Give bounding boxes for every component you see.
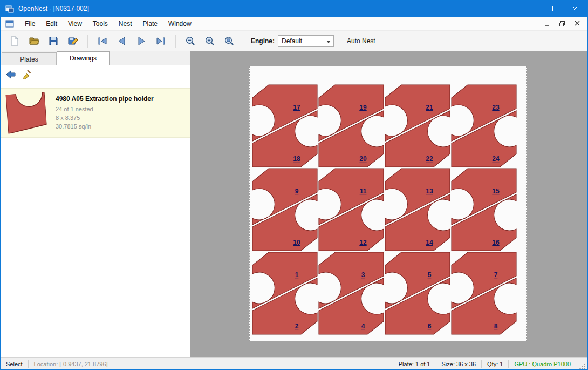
menu-window[interactable]: Window xyxy=(163,17,197,30)
part-number-label: 12 xyxy=(359,239,367,246)
chevron-down-icon xyxy=(326,37,333,45)
engine-label: Engine: xyxy=(251,37,275,45)
maximize-button[interactable] xyxy=(538,1,563,17)
nest-pair: 34 xyxy=(319,252,384,334)
part-number-label: 15 xyxy=(492,187,500,195)
mdi-restore-button[interactable] xyxy=(557,19,567,28)
status-mode: Select xyxy=(1,361,28,367)
nest-canvas[interactable]: 171819202122232491011121314151612345678 xyxy=(190,51,588,357)
part-number-label: 19 xyxy=(359,104,367,111)
maximize-icon xyxy=(548,6,553,12)
part-thumbnail-shape xyxy=(6,92,47,134)
left-panel: Plates Drawings xyxy=(1,51,190,357)
nest-pair: 2324 xyxy=(452,85,516,167)
engine-select[interactable]: Default xyxy=(278,35,334,47)
opennest-window: OpenNest - [N0317-002] File Edit View To… xyxy=(0,0,588,370)
drawing-title: 4980 A05 Extraction pipe holder xyxy=(56,95,154,103)
nest-pair: 1920 xyxy=(319,85,384,167)
window-controls xyxy=(513,1,587,17)
titlebar: OpenNest - [N0317-002] xyxy=(1,1,587,17)
back-arrow-button[interactable] xyxy=(3,67,19,82)
menu-edit[interactable]: Edit xyxy=(40,17,63,30)
zoom-in-icon xyxy=(204,36,215,46)
status-qty: Qty: 1 xyxy=(482,361,508,367)
save-as-button[interactable] xyxy=(64,33,82,49)
minimize-icon xyxy=(523,6,529,12)
open-button[interactable] xyxy=(25,33,43,49)
part-number-label: 3 xyxy=(361,271,365,279)
part-number-label: 6 xyxy=(428,322,432,330)
go-first-button[interactable] xyxy=(93,33,112,49)
part-number-label: 21 xyxy=(426,104,433,111)
go-next-icon xyxy=(136,36,147,46)
part-number-label: 18 xyxy=(293,155,300,163)
status-location: Location: [-0.9437, 21.8796] xyxy=(29,361,113,367)
mdi-restore-icon xyxy=(559,21,565,26)
drawing-list-item[interactable]: 4980 A05 Extraction pipe holder 24 of 1 … xyxy=(1,88,190,138)
zoom-out-button[interactable] xyxy=(181,33,200,49)
nest-pair: 12 xyxy=(252,252,317,334)
part-number-label: 16 xyxy=(492,239,500,246)
close-button[interactable] xyxy=(563,1,587,17)
new-file-icon xyxy=(9,36,20,46)
drawings-panel: 4980 A05 Extraction pipe holder 24 of 1 … xyxy=(1,65,190,357)
go-previous-button[interactable] xyxy=(113,33,131,49)
mdi-close-button[interactable] xyxy=(572,19,582,28)
drawings-toolbar xyxy=(1,65,190,84)
status-size: Size: 36 x 36 xyxy=(436,361,482,367)
go-first-icon xyxy=(97,36,108,46)
part-number-label: 11 xyxy=(360,187,367,195)
go-last-button[interactable] xyxy=(152,33,170,49)
menu-nest[interactable]: Nest xyxy=(113,17,138,30)
resize-grip[interactable] xyxy=(578,362,586,370)
go-previous-icon xyxy=(117,36,127,46)
plate[interactable]: 171819202122232491011121314151612345678 xyxy=(249,66,527,341)
tab-plates[interactable]: Plates xyxy=(2,52,57,65)
new-button[interactable] xyxy=(5,33,24,49)
main-toolbar: Engine: Default Auto Nest xyxy=(1,31,587,51)
broom-icon xyxy=(22,69,32,80)
status-gpu: GPU : Quadro P1000 xyxy=(509,361,576,367)
zoom-out-icon xyxy=(185,36,196,46)
nest-pair: 1516 xyxy=(452,169,516,251)
save-button[interactable] xyxy=(44,33,63,49)
engine-selected-value: Default xyxy=(282,37,302,45)
part-number-label: 8 xyxy=(494,322,498,330)
go-last-icon xyxy=(155,36,166,46)
part-number-label: 5 xyxy=(428,271,432,279)
auto-nest-button[interactable]: Auto Nest xyxy=(343,34,380,48)
zoom-in-button[interactable] xyxy=(201,33,219,49)
go-next-button[interactable] xyxy=(132,33,151,49)
nest-pair: 910 xyxy=(252,169,317,251)
part-number-label: 22 xyxy=(426,155,433,163)
nest-pair: 56 xyxy=(385,252,450,334)
drawing-item-meta: 4980 A05 Extraction pipe holder 24 of 1 … xyxy=(56,95,154,131)
zoom-to-fit-icon xyxy=(224,36,235,46)
nest-pair: 78 xyxy=(452,252,516,334)
app-logo-icon xyxy=(5,4,14,13)
nest-pair: 1314 xyxy=(385,169,450,251)
part-number-label: 20 xyxy=(359,155,367,163)
part-number-label: 2 xyxy=(295,322,299,330)
menubar: File Edit View Tools Nest Plate Window xyxy=(1,17,587,31)
close-icon xyxy=(572,6,578,12)
clean-button[interactable] xyxy=(19,67,35,82)
minimize-button[interactable] xyxy=(513,1,538,17)
panel-tabstrip: Plates Drawings xyxy=(1,51,190,65)
part-number-label: 24 xyxy=(492,155,500,163)
save-edit-icon xyxy=(67,36,78,46)
menu-plate[interactable]: Plate xyxy=(138,17,163,30)
back-arrow-icon xyxy=(5,69,16,80)
mdi-minimize-button[interactable] xyxy=(542,19,552,28)
menu-file[interactable]: File xyxy=(19,17,40,30)
part-number-label: 13 xyxy=(426,187,433,195)
mdi-window-controls xyxy=(542,19,587,28)
statusbar: Select Location: [-0.9437, 21.8796] Plat… xyxy=(1,357,587,370)
tab-drawings[interactable]: Drawings xyxy=(57,51,110,65)
menu-view[interactable]: View xyxy=(63,17,87,30)
zoom-to-fit-button[interactable] xyxy=(220,33,238,49)
menu-tools[interactable]: Tools xyxy=(87,17,113,30)
mdi-close-icon xyxy=(575,21,580,26)
part-number-label: 23 xyxy=(492,104,500,111)
part-number-label: 7 xyxy=(494,271,498,279)
